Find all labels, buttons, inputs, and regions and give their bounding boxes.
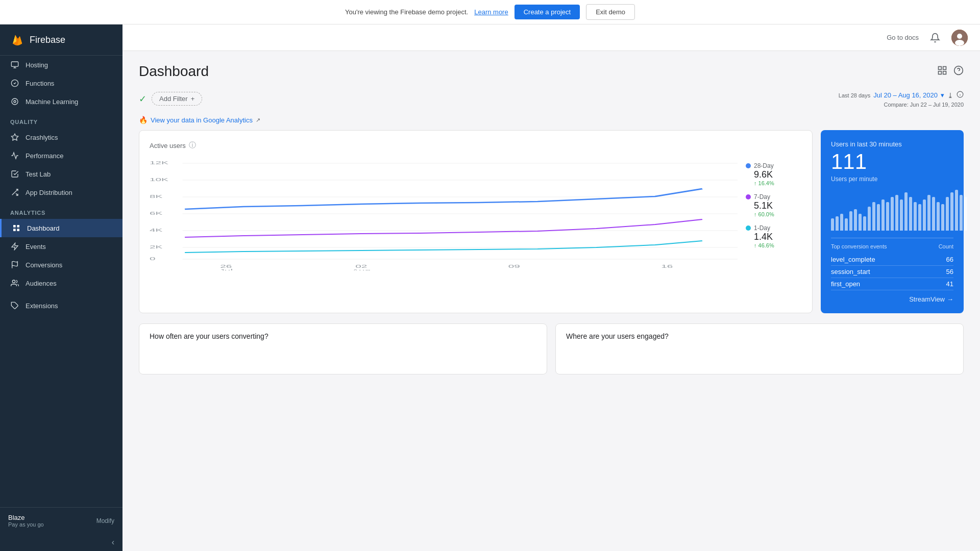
streamview-link[interactable]: StreamView → bbox=[831, 295, 953, 303]
sidebar: Firebase Hosting Functions Machine Learn… bbox=[0, 24, 122, 551]
user-avatar[interactable] bbox=[951, 30, 968, 46]
sidebar-item-testlab[interactable]: Test Lab bbox=[0, 165, 122, 183]
chart-container: 12K 10K 8K 6K 4K 2K 0 bbox=[150, 158, 802, 272]
bar-mini bbox=[955, 190, 958, 231]
sidebar-item-extensions[interactable]: Extensions bbox=[0, 296, 122, 315]
bar-mini bbox=[845, 218, 848, 231]
sidebar-item-hosting[interactable]: Hosting bbox=[0, 56, 122, 74]
add-filter-button[interactable]: Add Filter + bbox=[152, 92, 202, 106]
svg-text:10K: 10K bbox=[150, 177, 168, 182]
extensions-label: Extensions bbox=[26, 302, 58, 310]
sidebar-item-events[interactable]: Events bbox=[0, 237, 122, 256]
svg-point-16 bbox=[957, 34, 962, 39]
analytics-link[interactable]: 🔥 View your data in Google Analytics ↗ bbox=[139, 116, 964, 124]
app-layout: Firebase Hosting Functions Machine Learn… bbox=[0, 24, 980, 551]
active-users-help-icon[interactable]: ⓘ bbox=[189, 141, 196, 150]
charts-row: Active users ⓘ 12K 10K 8K 6K bbox=[139, 130, 964, 313]
sidebar-item-dashboard[interactable]: Dashboard bbox=[0, 219, 122, 237]
sidebar-item-app-distribution[interactable]: App Distribution bbox=[0, 183, 122, 202]
customize-dashboard-button[interactable] bbox=[937, 65, 947, 78]
go-to-docs-link[interactable]: Go to docs bbox=[887, 34, 919, 41]
blaze-plan: Blaze Pay as you go Modify bbox=[8, 514, 114, 528]
app-distribution-icon bbox=[10, 188, 19, 197]
conversion-row-level-complete: level_complete 66 bbox=[831, 254, 953, 266]
date-value[interactable]: Jul 20 – Aug 16, 2020 bbox=[873, 91, 938, 99]
bar-mini bbox=[900, 199, 903, 231]
testlab-label: Test Lab bbox=[26, 170, 51, 178]
conversion-count-2: 41 bbox=[946, 280, 953, 288]
sidebar-item-audiences[interactable]: Audiences bbox=[0, 274, 122, 292]
main-content: Go to docs Dashboard bbox=[122, 24, 980, 551]
bar-mini bbox=[831, 218, 834, 231]
sidebar-item-ml[interactable]: Machine Learning bbox=[0, 92, 122, 111]
bar-mini bbox=[868, 207, 871, 231]
testlab-icon bbox=[10, 169, 19, 179]
bar-mini bbox=[854, 209, 857, 231]
bar-mini bbox=[840, 214, 843, 231]
download-icon[interactable]: ⤓ bbox=[947, 91, 953, 99]
legend-value-1day: 1.4K bbox=[746, 232, 802, 242]
hosting-icon bbox=[10, 60, 19, 69]
help-button[interactable] bbox=[953, 65, 964, 78]
filter-bar: ✓ Add Filter + Last 28 days Jul 20 – Aug… bbox=[139, 90, 964, 108]
svg-text:16: 16 bbox=[661, 264, 673, 269]
sidebar-bottom: Blaze Pay as you go Modify bbox=[0, 507, 122, 534]
conversion-row-first-open: first_open 41 bbox=[831, 278, 953, 290]
notification-icon[interactable] bbox=[927, 30, 943, 46]
extensions-icon bbox=[10, 301, 19, 310]
create-project-button[interactable]: Create a project bbox=[514, 5, 580, 19]
bar-mini bbox=[950, 192, 953, 231]
bar-mini bbox=[964, 197, 967, 231]
bar-mini bbox=[895, 195, 898, 231]
svg-text:4K: 4K bbox=[150, 228, 163, 233]
svg-rect-20 bbox=[939, 71, 942, 74]
bar-mini bbox=[891, 197, 894, 231]
sidebar-item-conversions[interactable]: Conversions bbox=[0, 256, 122, 274]
blaze-info: Blaze Pay as you go bbox=[8, 514, 44, 528]
legend-label-1day: 1-Day bbox=[754, 224, 770, 232]
conversion-name-2: first_open bbox=[831, 280, 860, 288]
svg-text:0: 0 bbox=[150, 256, 156, 261]
sidebar-item-performance[interactable]: Performance bbox=[0, 146, 122, 165]
chart-legend: 28-Day 9.6K ↑ 16.4% 7-Day 5.1K bbox=[746, 158, 802, 272]
banner-message: You're viewing the Firebase demo project… bbox=[345, 8, 468, 16]
bar-mini bbox=[927, 195, 930, 231]
performance-label: Performance bbox=[26, 152, 63, 160]
realtime-count: 111 bbox=[831, 150, 953, 173]
svg-text:09: 09 bbox=[508, 264, 520, 269]
date-label: Last 28 days bbox=[839, 92, 870, 98]
learn-more-link[interactable]: Learn more bbox=[474, 8, 508, 16]
plan-sub: Pay as you go bbox=[8, 521, 44, 528]
bar-mini bbox=[877, 204, 880, 231]
sidebar-item-crashlytics[interactable]: Crashlytics bbox=[0, 128, 122, 146]
shield-icon: ✓ bbox=[139, 93, 146, 105]
top-conversions-title: Top conversion events bbox=[831, 243, 887, 249]
svg-text:12K: 12K bbox=[150, 160, 168, 165]
svg-text:Aug: Aug bbox=[352, 268, 371, 270]
modify-plan-button[interactable]: Modify bbox=[96, 517, 114, 524]
legend-label-28day: 28-Day bbox=[754, 162, 774, 169]
collapse-sidebar-button[interactable]: ‹ bbox=[112, 538, 114, 547]
external-link-icon: ↗ bbox=[256, 117, 260, 123]
svg-rect-8 bbox=[17, 225, 19, 228]
exit-demo-button[interactable]: Exit demo bbox=[586, 4, 635, 20]
bar-mini bbox=[914, 202, 917, 231]
fire-emoji-icon: 🔥 bbox=[139, 116, 148, 124]
bar-mini bbox=[872, 202, 875, 231]
conversion-count-1: 56 bbox=[946, 268, 953, 276]
filter-help-icon[interactable] bbox=[957, 90, 964, 101]
conversion-name-1: session_start bbox=[831, 268, 870, 276]
content-topbar: Go to docs bbox=[122, 24, 980, 51]
date-dropdown-icon[interactable]: ▾ bbox=[941, 91, 944, 99]
analytics-link-text[interactable]: View your data in Google Analytics bbox=[151, 116, 253, 124]
svg-rect-7 bbox=[13, 225, 16, 228]
svg-text:6K: 6K bbox=[150, 211, 163, 216]
svg-rect-9 bbox=[13, 229, 16, 231]
sidebar-item-functions[interactable]: Functions bbox=[0, 74, 122, 92]
sidebar-brand-title: Firebase bbox=[30, 35, 65, 45]
filter-left: ✓ Add Filter + bbox=[139, 92, 202, 106]
conversion-row-session-start: session_start 56 bbox=[831, 266, 953, 278]
dashboard-area: Dashboard ✓ Add Filter + bbox=[122, 51, 980, 551]
conversion-name-0: level_complete bbox=[831, 256, 875, 263]
add-filter-plus-icon: + bbox=[191, 95, 195, 103]
